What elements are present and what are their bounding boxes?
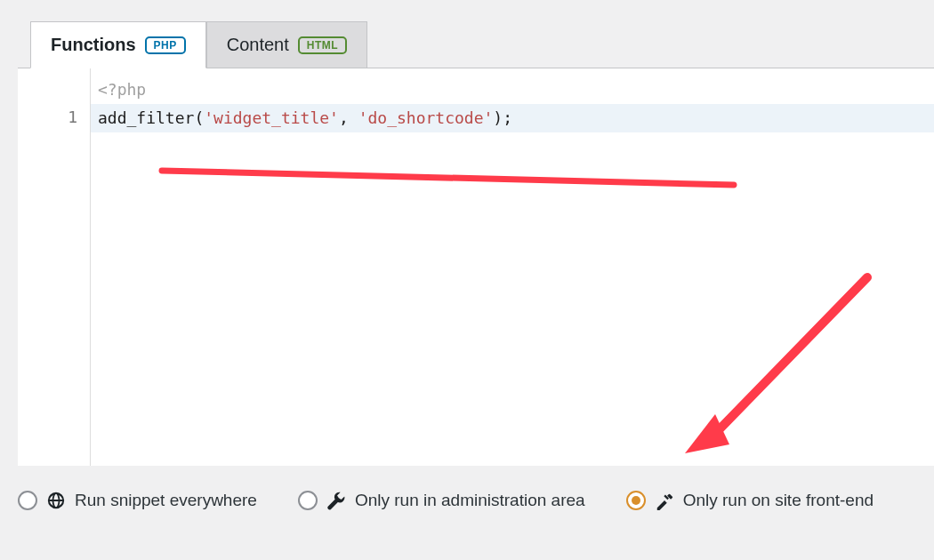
option-label: Only run on site front-end xyxy=(683,491,874,510)
line-number: 1 xyxy=(18,106,77,129)
radio-indicator xyxy=(18,491,37,510)
line-gutter: 1 xyxy=(18,68,91,466)
code-area[interactable]: <?php add_filter('widget_title', 'do_sho… xyxy=(91,68,934,466)
globe-icon xyxy=(46,491,66,510)
wrench-icon xyxy=(326,491,346,510)
hammer-icon xyxy=(655,491,674,510)
code-line-1: add_filter('widget_title', 'do_shortcode… xyxy=(91,104,934,132)
option-run-frontend[interactable]: Only run on site front-end xyxy=(626,491,874,510)
option-label: Only run in administration area xyxy=(355,491,585,510)
php-badge: PHP xyxy=(145,36,186,54)
tab-content[interactable]: Content HTML xyxy=(206,21,367,68)
html-badge: HTML xyxy=(298,36,347,54)
radio-indicator xyxy=(298,491,318,510)
run-location-options: Run snippet everywhere Only run in admin… xyxy=(0,466,934,510)
option-run-admin[interactable]: Only run in administration area xyxy=(298,491,585,510)
radio-indicator xyxy=(626,491,646,510)
code-opening-tag: <?php xyxy=(91,76,934,104)
option-run-everywhere[interactable]: Run snippet everywhere xyxy=(18,491,257,510)
tab-label: Content xyxy=(227,35,289,55)
tab-functions[interactable]: Functions PHP xyxy=(30,21,206,68)
tab-label: Functions xyxy=(51,35,136,55)
code-type-tabs: Functions PHP Content HTML xyxy=(0,0,934,68)
code-editor[interactable]: 1 <?php add_filter('widget_title', 'do_s… xyxy=(18,68,934,466)
option-label: Run snippet everywhere xyxy=(75,491,257,510)
